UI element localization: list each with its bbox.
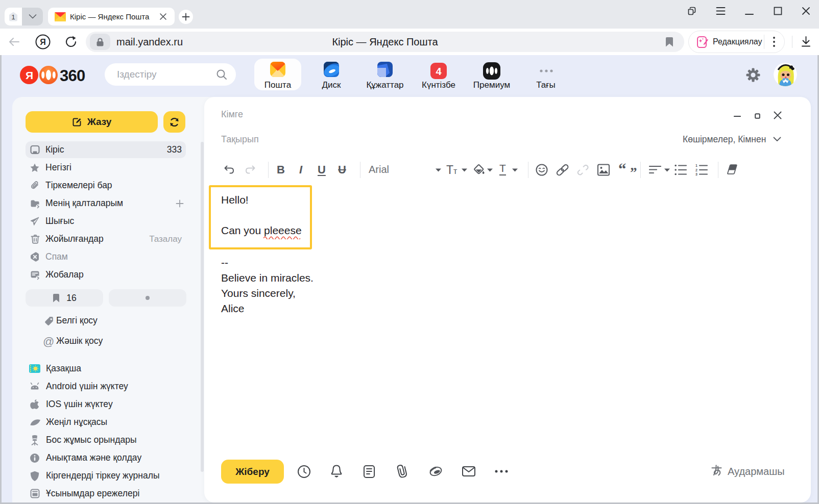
svg-text:1: 1 (695, 164, 697, 167)
svg-text:3: 3 (695, 172, 697, 175)
svg-text:Я: Я (26, 69, 33, 81)
svg-text:2: 2 (695, 168, 697, 172)
svg-text:4: 4 (436, 66, 442, 77)
svg-text:1: 1 (11, 13, 15, 21)
svg-text:Я: Я (40, 38, 46, 46)
